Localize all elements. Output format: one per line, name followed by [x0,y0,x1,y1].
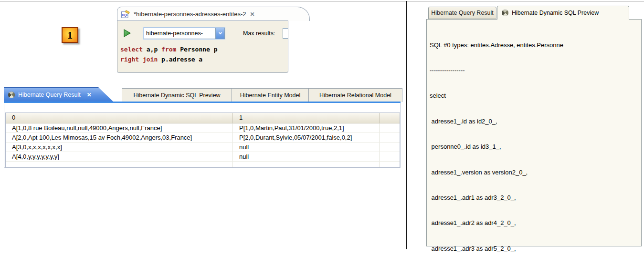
close-icon[interactable]: ✕ [87,92,92,98]
cell-personne[interactable]: null [233,152,380,161]
hql-file-icon: HQL [121,10,130,18]
sql-line: adresse1_.adr2 as adr4_2_0_, [430,219,640,227]
vertical-panel-divider [406,1,407,249]
configuration-combo-value: hibernate-personnes- [144,28,215,39]
run-query-button[interactable] [123,29,132,38]
close-icon[interactable]: ✕ [250,11,255,18]
cell-personne[interactable]: P[2,0,Durant,Sylvie,05/07/2001,false,0,2… [233,133,380,142]
editor-tab-title: *hibernate-personnes-adresses-entites-2 [134,10,246,18]
cell-adresse[interactable]: A[1,0,8 rue Boileau,null,null,49000,Ange… [6,123,233,133]
hibernate-icon [8,92,15,98]
tab-row: Hibernate Dynamic SQL Preview Hibernate … [122,88,402,102]
sql-line: SQL #0 types: entites.Adresse, entites.P… [430,41,640,50]
hql-editor: HQL *hibernate-personnes-adresses-entite… [117,7,310,73]
tab-hibernate-query-result-right[interactable]: Hibernate Query Result [428,7,496,19]
tab-hibernate-dynamic-sql-preview[interactable]: Hibernate Dynamic SQL Preview [122,88,232,102]
query-result-body: 0 1 A[1,0,8 rue Boileau,null,null,49000,… [4,103,401,168]
sql-line: personne0_.id as id3_1_, [430,143,640,151]
hql-query-text[interactable]: select a,p from Personne p right join p.… [120,44,218,64]
editor-body: hibernate-personnes- Max results: select… [117,20,288,73]
table-row[interactable]: A[2,0,Apt 100,Les Mimosas,15 av Foch,490… [6,133,400,143]
tab-hibernate-relational-model[interactable]: Hibernate Relational Model [308,88,402,102]
table-row[interactable]: A[3,0,x,x,x,x,x,x,x] null [6,143,400,152]
sql-line: adresse1_.adr1 as adr3_2_0_, [430,194,640,202]
editor-tab[interactable]: HQL *hibernate-personnes-adresses-entite… [117,7,310,21]
max-results-label: Max results: [243,30,275,37]
cell-adresse[interactable]: A[4,0,y,y,y,y,y,y,y] [6,152,233,161]
cell-adresse[interactable]: A[3,0,x,x,x,x,x,x,x] [6,143,233,152]
tab-hibernate-entity-model[interactable]: Hibernate Entity Model [232,88,309,102]
sql-line: adresse1_.adr3 as adr5_2_0_, [430,245,640,253]
sql-line: select [430,92,640,100]
table-header-row: 0 1 [6,113,400,123]
result-table: 0 1 A[1,0,8 rue Boileau,null,null,49000,… [5,112,400,168]
tab-label: Hibernate Dynamic SQL Preview [512,10,599,16]
cell-personne[interactable]: P[1,0,Martin,Paul,31/01/2000,true,2,1] [233,123,380,133]
generated-sql-text[interactable]: SQL #0 types: entites.Adresse, entites.P… [430,24,640,255]
tab-hibernate-query-result[interactable]: Hibernate Query Result ✕ [4,87,114,102]
table-row[interactable]: A[4,0,y,y,y,y,y,y,y] null [6,152,400,162]
table-row-empty[interactable] [6,162,400,168]
hibernate-icon [502,10,508,16]
sql-line: adresse1_.version as version2_0_, [430,168,640,177]
cell-adresse[interactable]: A[2,0,Apt 100,Les Mimosas,15 av Foch,490… [6,133,233,142]
tab-hibernate-dynamic-sql-preview-right[interactable]: Hibernate Dynamic SQL Preview [497,6,629,20]
table-row[interactable]: A[1,0,8 rue Boileau,null,null,49000,Ange… [6,123,400,133]
svg-text:HQL: HQL [122,13,128,17]
top-horizontal-rule [0,1,644,1]
screenshot-canvas: HQL *hibernate-personnes-adresses-entite… [0,0,644,255]
tab-label: Hibernate Query Result [18,92,81,98]
chevron-down-icon[interactable] [215,28,224,39]
max-results-input[interactable] [283,28,288,39]
cell-personne[interactable]: null [233,143,380,152]
annotation-marker-1: 1 [62,27,78,43]
sql-line: adresse1_.id as id2_0_, [430,117,640,126]
configuration-combo[interactable]: hibernate-personnes- [144,28,225,39]
column-header-empty [380,113,400,123]
column-header-1[interactable]: 1 [233,113,380,123]
sql-line: ----------------- [430,66,640,75]
query-result-view: Hibernate Query Result ✕ Hibernate Dynam… [4,87,401,168]
column-header-0[interactable]: 0 [6,113,233,123]
